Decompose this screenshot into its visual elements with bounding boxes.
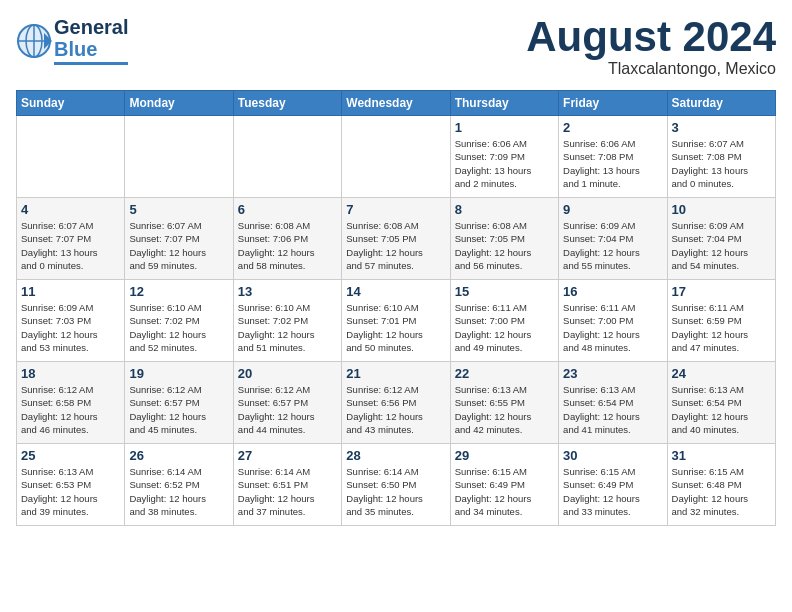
calendar-cell: 12Sunrise: 6:10 AM Sunset: 7:02 PM Dayli… (125, 280, 233, 362)
day-info: Sunrise: 6:08 AM Sunset: 7:06 PM Dayligh… (238, 219, 337, 272)
calendar-cell: 4Sunrise: 6:07 AM Sunset: 7:07 PM Daylig… (17, 198, 125, 280)
day-number: 30 (563, 448, 662, 463)
day-number: 6 (238, 202, 337, 217)
weekday-header: Thursday (450, 91, 558, 116)
day-info: Sunrise: 6:10 AM Sunset: 7:02 PM Dayligh… (129, 301, 228, 354)
calendar-cell (17, 116, 125, 198)
title-block: August 2024 Tlaxcalantongo, Mexico (526, 16, 776, 78)
day-info: Sunrise: 6:13 AM Sunset: 6:54 PM Dayligh… (672, 383, 771, 436)
day-number: 10 (672, 202, 771, 217)
calendar-cell: 7Sunrise: 6:08 AM Sunset: 7:05 PM Daylig… (342, 198, 450, 280)
day-info: Sunrise: 6:14 AM Sunset: 6:52 PM Dayligh… (129, 465, 228, 518)
day-number: 19 (129, 366, 228, 381)
day-number: 12 (129, 284, 228, 299)
calendar-week-row: 25Sunrise: 6:13 AM Sunset: 6:53 PM Dayli… (17, 444, 776, 526)
day-info: Sunrise: 6:13 AM Sunset: 6:54 PM Dayligh… (563, 383, 662, 436)
day-info: Sunrise: 6:15 AM Sunset: 6:49 PM Dayligh… (455, 465, 554, 518)
day-info: Sunrise: 6:11 AM Sunset: 7:00 PM Dayligh… (455, 301, 554, 354)
day-number: 26 (129, 448, 228, 463)
weekday-header: Monday (125, 91, 233, 116)
calendar-cell: 27Sunrise: 6:14 AM Sunset: 6:51 PM Dayli… (233, 444, 341, 526)
weekday-header: Saturday (667, 91, 775, 116)
calendar-cell: 31Sunrise: 6:15 AM Sunset: 6:48 PM Dayli… (667, 444, 775, 526)
day-number: 5 (129, 202, 228, 217)
calendar-cell: 20Sunrise: 6:12 AM Sunset: 6:57 PM Dayli… (233, 362, 341, 444)
day-number: 14 (346, 284, 445, 299)
day-info: Sunrise: 6:09 AM Sunset: 7:03 PM Dayligh… (21, 301, 120, 354)
weekday-header: Tuesday (233, 91, 341, 116)
page-header: General Blue August 2024 Tlaxcalantongo,… (16, 16, 776, 78)
day-number: 15 (455, 284, 554, 299)
logo: General Blue (16, 16, 128, 65)
calendar-cell: 26Sunrise: 6:14 AM Sunset: 6:52 PM Dayli… (125, 444, 233, 526)
day-number: 4 (21, 202, 120, 217)
logo-text: General (54, 16, 128, 38)
calendar-week-row: 4Sunrise: 6:07 AM Sunset: 7:07 PM Daylig… (17, 198, 776, 280)
day-info: Sunrise: 6:11 AM Sunset: 6:59 PM Dayligh… (672, 301, 771, 354)
calendar-cell: 9Sunrise: 6:09 AM Sunset: 7:04 PM Daylig… (559, 198, 667, 280)
day-info: Sunrise: 6:12 AM Sunset: 6:57 PM Dayligh… (238, 383, 337, 436)
weekday-header: Friday (559, 91, 667, 116)
calendar-week-row: 1Sunrise: 6:06 AM Sunset: 7:09 PM Daylig… (17, 116, 776, 198)
weekday-header-row: SundayMondayTuesdayWednesdayThursdayFrid… (17, 91, 776, 116)
day-info: Sunrise: 6:13 AM Sunset: 6:53 PM Dayligh… (21, 465, 120, 518)
calendar-week-row: 18Sunrise: 6:12 AM Sunset: 6:58 PM Dayli… (17, 362, 776, 444)
calendar-cell: 17Sunrise: 6:11 AM Sunset: 6:59 PM Dayli… (667, 280, 775, 362)
calendar-cell: 10Sunrise: 6:09 AM Sunset: 7:04 PM Dayli… (667, 198, 775, 280)
calendar-cell: 29Sunrise: 6:15 AM Sunset: 6:49 PM Dayli… (450, 444, 558, 526)
weekday-header: Sunday (17, 91, 125, 116)
day-info: Sunrise: 6:14 AM Sunset: 6:50 PM Dayligh… (346, 465, 445, 518)
day-number: 23 (563, 366, 662, 381)
day-number: 11 (21, 284, 120, 299)
calendar-cell: 6Sunrise: 6:08 AM Sunset: 7:06 PM Daylig… (233, 198, 341, 280)
day-number: 27 (238, 448, 337, 463)
day-info: Sunrise: 6:15 AM Sunset: 6:48 PM Dayligh… (672, 465, 771, 518)
calendar-cell: 14Sunrise: 6:10 AM Sunset: 7:01 PM Dayli… (342, 280, 450, 362)
day-info: Sunrise: 6:10 AM Sunset: 7:02 PM Dayligh… (238, 301, 337, 354)
day-number: 16 (563, 284, 662, 299)
calendar-cell: 28Sunrise: 6:14 AM Sunset: 6:50 PM Dayli… (342, 444, 450, 526)
day-info: Sunrise: 6:12 AM Sunset: 6:58 PM Dayligh… (21, 383, 120, 436)
day-number: 8 (455, 202, 554, 217)
day-number: 1 (455, 120, 554, 135)
calendar-cell: 22Sunrise: 6:13 AM Sunset: 6:55 PM Dayli… (450, 362, 558, 444)
calendar-cell: 15Sunrise: 6:11 AM Sunset: 7:00 PM Dayli… (450, 280, 558, 362)
day-number: 29 (455, 448, 554, 463)
day-number: 7 (346, 202, 445, 217)
day-number: 17 (672, 284, 771, 299)
calendar-cell (125, 116, 233, 198)
day-info: Sunrise: 6:11 AM Sunset: 7:00 PM Dayligh… (563, 301, 662, 354)
day-info: Sunrise: 6:08 AM Sunset: 7:05 PM Dayligh… (455, 219, 554, 272)
day-info: Sunrise: 6:12 AM Sunset: 6:57 PM Dayligh… (129, 383, 228, 436)
calendar-cell: 23Sunrise: 6:13 AM Sunset: 6:54 PM Dayli… (559, 362, 667, 444)
month-title: August 2024 (526, 16, 776, 58)
day-number: 18 (21, 366, 120, 381)
day-number: 21 (346, 366, 445, 381)
day-number: 2 (563, 120, 662, 135)
calendar-cell: 30Sunrise: 6:15 AM Sunset: 6:49 PM Dayli… (559, 444, 667, 526)
day-number: 22 (455, 366, 554, 381)
calendar-cell: 13Sunrise: 6:10 AM Sunset: 7:02 PM Dayli… (233, 280, 341, 362)
day-info: Sunrise: 6:09 AM Sunset: 7:04 PM Dayligh… (563, 219, 662, 272)
day-info: Sunrise: 6:09 AM Sunset: 7:04 PM Dayligh… (672, 219, 771, 272)
weekday-header: Wednesday (342, 91, 450, 116)
day-number: 24 (672, 366, 771, 381)
day-number: 28 (346, 448, 445, 463)
location: Tlaxcalantongo, Mexico (526, 60, 776, 78)
day-info: Sunrise: 6:07 AM Sunset: 7:07 PM Dayligh… (21, 219, 120, 272)
calendar-cell: 8Sunrise: 6:08 AM Sunset: 7:05 PM Daylig… (450, 198, 558, 280)
calendar-cell: 3Sunrise: 6:07 AM Sunset: 7:08 PM Daylig… (667, 116, 775, 198)
calendar-cell: 21Sunrise: 6:12 AM Sunset: 6:56 PM Dayli… (342, 362, 450, 444)
calendar-cell (342, 116, 450, 198)
day-info: Sunrise: 6:06 AM Sunset: 7:08 PM Dayligh… (563, 137, 662, 190)
calendar-cell (233, 116, 341, 198)
calendar-table: SundayMondayTuesdayWednesdayThursdayFrid… (16, 90, 776, 526)
day-info: Sunrise: 6:15 AM Sunset: 6:49 PM Dayligh… (563, 465, 662, 518)
day-number: 31 (672, 448, 771, 463)
calendar-cell: 2Sunrise: 6:06 AM Sunset: 7:08 PM Daylig… (559, 116, 667, 198)
day-number: 3 (672, 120, 771, 135)
day-number: 9 (563, 202, 662, 217)
logo-icon (16, 23, 52, 59)
day-info: Sunrise: 6:06 AM Sunset: 7:09 PM Dayligh… (455, 137, 554, 190)
day-info: Sunrise: 6:08 AM Sunset: 7:05 PM Dayligh… (346, 219, 445, 272)
